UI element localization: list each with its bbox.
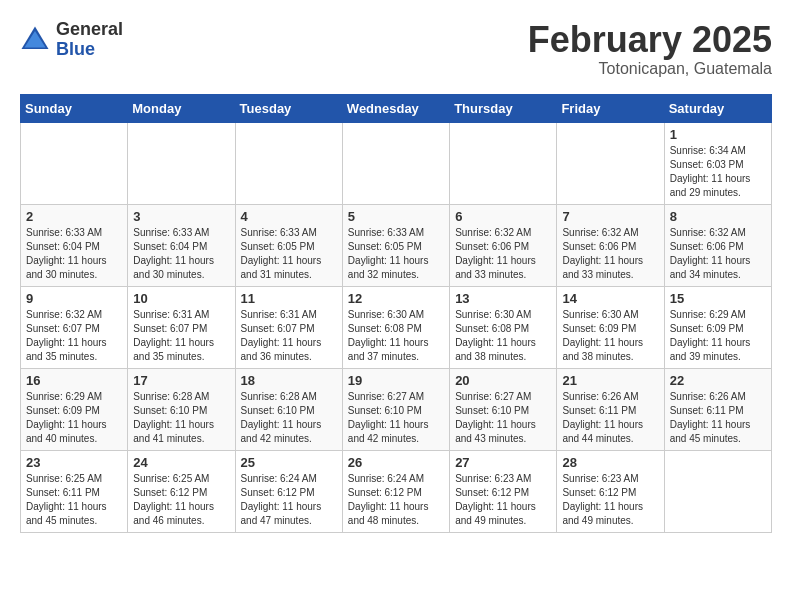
day-info: Sunrise: 6:33 AM Sunset: 6:05 PM Dayligh… [241,226,337,282]
day-number: 20 [455,373,551,388]
page-header: General Blue February 2025 Totonicapan, … [20,20,772,78]
calendar-subtitle: Totonicapan, Guatemala [528,60,772,78]
calendar-cell [21,122,128,204]
calendar-body: 1Sunrise: 6:34 AM Sunset: 6:03 PM Daylig… [21,122,772,532]
day-info: Sunrise: 6:33 AM Sunset: 6:04 PM Dayligh… [26,226,122,282]
day-number: 14 [562,291,658,306]
logo: General Blue [20,20,123,60]
weekday-header-sunday: Sunday [21,94,128,122]
logo-general: General [56,20,123,40]
day-number: 9 [26,291,122,306]
day-info: Sunrise: 6:25 AM Sunset: 6:11 PM Dayligh… [26,472,122,528]
day-info: Sunrise: 6:32 AM Sunset: 6:06 PM Dayligh… [455,226,551,282]
weekday-header-wednesday: Wednesday [342,94,449,122]
day-info: Sunrise: 6:24 AM Sunset: 6:12 PM Dayligh… [241,472,337,528]
day-info: Sunrise: 6:23 AM Sunset: 6:12 PM Dayligh… [562,472,658,528]
day-info: Sunrise: 6:26 AM Sunset: 6:11 PM Dayligh… [670,390,766,446]
calendar-cell: 14Sunrise: 6:30 AM Sunset: 6:09 PM Dayli… [557,286,664,368]
calendar-table: SundayMondayTuesdayWednesdayThursdayFrid… [20,94,772,533]
day-info: Sunrise: 6:31 AM Sunset: 6:07 PM Dayligh… [241,308,337,364]
calendar-cell [450,122,557,204]
day-number: 24 [133,455,229,470]
day-number: 11 [241,291,337,306]
calendar-title: February 2025 [528,20,772,60]
day-info: Sunrise: 6:32 AM Sunset: 6:07 PM Dayligh… [26,308,122,364]
day-info: Sunrise: 6:30 AM Sunset: 6:09 PM Dayligh… [562,308,658,364]
calendar-cell: 26Sunrise: 6:24 AM Sunset: 6:12 PM Dayli… [342,450,449,532]
day-number: 2 [26,209,122,224]
day-number: 5 [348,209,444,224]
calendar-week-5: 23Sunrise: 6:25 AM Sunset: 6:11 PM Dayli… [21,450,772,532]
day-number: 17 [133,373,229,388]
calendar-cell: 23Sunrise: 6:25 AM Sunset: 6:11 PM Dayli… [21,450,128,532]
day-number: 15 [670,291,766,306]
calendar-cell: 21Sunrise: 6:26 AM Sunset: 6:11 PM Dayli… [557,368,664,450]
calendar-cell: 15Sunrise: 6:29 AM Sunset: 6:09 PM Dayli… [664,286,771,368]
weekday-header-tuesday: Tuesday [235,94,342,122]
day-number: 26 [348,455,444,470]
day-number: 21 [562,373,658,388]
day-info: Sunrise: 6:28 AM Sunset: 6:10 PM Dayligh… [133,390,229,446]
day-info: Sunrise: 6:26 AM Sunset: 6:11 PM Dayligh… [562,390,658,446]
calendar-cell: 22Sunrise: 6:26 AM Sunset: 6:11 PM Dayli… [664,368,771,450]
calendar-cell: 27Sunrise: 6:23 AM Sunset: 6:12 PM Dayli… [450,450,557,532]
calendar-header: SundayMondayTuesdayWednesdayThursdayFrid… [21,94,772,122]
calendar-cell [664,450,771,532]
day-info: Sunrise: 6:27 AM Sunset: 6:10 PM Dayligh… [455,390,551,446]
day-info: Sunrise: 6:33 AM Sunset: 6:04 PM Dayligh… [133,226,229,282]
day-number: 28 [562,455,658,470]
day-number: 27 [455,455,551,470]
day-info: Sunrise: 6:30 AM Sunset: 6:08 PM Dayligh… [348,308,444,364]
day-info: Sunrise: 6:29 AM Sunset: 6:09 PM Dayligh… [26,390,122,446]
calendar-week-2: 2Sunrise: 6:33 AM Sunset: 6:04 PM Daylig… [21,204,772,286]
day-number: 4 [241,209,337,224]
weekday-header-monday: Monday [128,94,235,122]
logo-blue: Blue [56,40,123,60]
day-number: 22 [670,373,766,388]
day-info: Sunrise: 6:29 AM Sunset: 6:09 PM Dayligh… [670,308,766,364]
calendar-cell: 2Sunrise: 6:33 AM Sunset: 6:04 PM Daylig… [21,204,128,286]
calendar-cell [235,122,342,204]
calendar-cell: 1Sunrise: 6:34 AM Sunset: 6:03 PM Daylig… [664,122,771,204]
weekday-header-thursday: Thursday [450,94,557,122]
calendar-cell: 6Sunrise: 6:32 AM Sunset: 6:06 PM Daylig… [450,204,557,286]
calendar-cell: 13Sunrise: 6:30 AM Sunset: 6:08 PM Dayli… [450,286,557,368]
weekday-header-saturday: Saturday [664,94,771,122]
calendar-cell: 20Sunrise: 6:27 AM Sunset: 6:10 PM Dayli… [450,368,557,450]
day-number: 10 [133,291,229,306]
day-info: Sunrise: 6:33 AM Sunset: 6:05 PM Dayligh… [348,226,444,282]
day-info: Sunrise: 6:28 AM Sunset: 6:10 PM Dayligh… [241,390,337,446]
day-info: Sunrise: 6:34 AM Sunset: 6:03 PM Dayligh… [670,144,766,200]
calendar-cell [128,122,235,204]
day-info: Sunrise: 6:24 AM Sunset: 6:12 PM Dayligh… [348,472,444,528]
day-number: 8 [670,209,766,224]
day-number: 7 [562,209,658,224]
day-number: 16 [26,373,122,388]
logo-icon [20,25,50,55]
calendar-cell: 7Sunrise: 6:32 AM Sunset: 6:06 PM Daylig… [557,204,664,286]
day-info: Sunrise: 6:27 AM Sunset: 6:10 PM Dayligh… [348,390,444,446]
calendar-cell: 8Sunrise: 6:32 AM Sunset: 6:06 PM Daylig… [664,204,771,286]
day-info: Sunrise: 6:32 AM Sunset: 6:06 PM Dayligh… [562,226,658,282]
weekday-header-friday: Friday [557,94,664,122]
day-number: 25 [241,455,337,470]
day-number: 18 [241,373,337,388]
calendar-cell [342,122,449,204]
day-info: Sunrise: 6:23 AM Sunset: 6:12 PM Dayligh… [455,472,551,528]
calendar-cell: 19Sunrise: 6:27 AM Sunset: 6:10 PM Dayli… [342,368,449,450]
calendar-cell: 25Sunrise: 6:24 AM Sunset: 6:12 PM Dayli… [235,450,342,532]
calendar-cell: 4Sunrise: 6:33 AM Sunset: 6:05 PM Daylig… [235,204,342,286]
weekday-row: SundayMondayTuesdayWednesdayThursdayFrid… [21,94,772,122]
logo-text: General Blue [56,20,123,60]
day-info: Sunrise: 6:25 AM Sunset: 6:12 PM Dayligh… [133,472,229,528]
calendar-week-4: 16Sunrise: 6:29 AM Sunset: 6:09 PM Dayli… [21,368,772,450]
calendar-cell: 9Sunrise: 6:32 AM Sunset: 6:07 PM Daylig… [21,286,128,368]
calendar-cell: 17Sunrise: 6:28 AM Sunset: 6:10 PM Dayli… [128,368,235,450]
title-block: February 2025 Totonicapan, Guatemala [528,20,772,78]
calendar-cell: 18Sunrise: 6:28 AM Sunset: 6:10 PM Dayli… [235,368,342,450]
day-number: 12 [348,291,444,306]
day-number: 6 [455,209,551,224]
calendar-cell: 3Sunrise: 6:33 AM Sunset: 6:04 PM Daylig… [128,204,235,286]
calendar-week-3: 9Sunrise: 6:32 AM Sunset: 6:07 PM Daylig… [21,286,772,368]
calendar-cell: 11Sunrise: 6:31 AM Sunset: 6:07 PM Dayli… [235,286,342,368]
